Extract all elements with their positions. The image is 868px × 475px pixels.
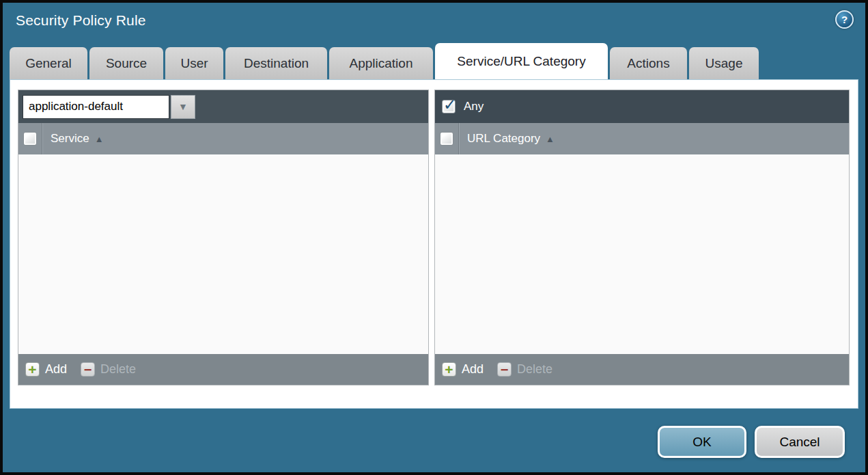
tab-service-url-category[interactable]: Service/URL Category xyxy=(435,43,608,80)
service-list xyxy=(18,154,428,354)
tab-usage[interactable]: Usage xyxy=(689,47,759,80)
url-category-column-label: URL Category xyxy=(467,132,540,146)
service-column-label: Service xyxy=(51,132,89,146)
dialog-action-buttons: OK Cancel xyxy=(658,426,845,458)
service-toolbar: ▼ xyxy=(18,90,428,123)
dropdown-arrow-icon: ▼ xyxy=(178,102,188,111)
delete-service-label: Delete xyxy=(100,362,136,377)
cancel-button[interactable]: Cancel xyxy=(755,426,845,458)
select-all-services-checkbox[interactable] xyxy=(23,132,37,146)
delete-url-category-button[interactable]: − Delete xyxy=(497,362,552,377)
delete-url-category-label: Delete xyxy=(517,362,552,377)
delete-icon: − xyxy=(497,362,512,377)
tab-general[interactable]: General xyxy=(10,47,87,80)
add-url-category-label: Add xyxy=(462,362,484,377)
delete-icon: − xyxy=(81,362,95,377)
add-url-category-button[interactable]: + Add xyxy=(442,362,484,377)
add-service-label: Add xyxy=(45,362,67,377)
service-type-input[interactable] xyxy=(23,95,169,119)
url-category-footer-toolbar: + Add − Delete xyxy=(435,354,849,385)
tab-source[interactable]: Source xyxy=(89,47,163,80)
service-panel: ▼ Service ▲ + Add − Delete xyxy=(18,90,429,385)
add-icon: + xyxy=(25,362,40,377)
tab-application[interactable]: Application xyxy=(329,47,433,80)
add-icon: + xyxy=(442,362,456,377)
add-service-button[interactable]: + Add xyxy=(25,362,67,377)
url-category-list xyxy=(435,154,849,354)
dialog-content: ▼ Service ▲ + Add − Delete xyxy=(10,80,858,408)
sort-ascending-icon: ▲ xyxy=(95,134,104,144)
dialog-title: Security Policy Rule xyxy=(16,12,146,29)
url-category-panel: ✓ Any URL Category ▲ + Add − Delete xyxy=(434,90,850,385)
tab-destination[interactable]: Destination xyxy=(225,47,327,80)
service-type-dropdown-button[interactable]: ▼ xyxy=(171,95,195,119)
help-icon[interactable]: ? xyxy=(835,10,854,29)
service-table-header: Service ▲ xyxy=(18,123,428,154)
question-mark-glyph: ? xyxy=(841,14,848,25)
any-url-category-checkbox[interactable]: ✓ xyxy=(442,100,456,113)
service-footer-toolbar: + Add − Delete xyxy=(18,354,428,385)
sort-ascending-icon: ▲ xyxy=(546,134,555,144)
tab-actions[interactable]: Actions xyxy=(610,47,687,80)
tab-bar: General Source User Destination Applicat… xyxy=(10,43,759,80)
ok-button[interactable]: OK xyxy=(658,426,746,458)
security-policy-rule-dialog: Security Policy Rule ? General Source Us… xyxy=(0,0,868,475)
checkmark-icon: ✓ xyxy=(443,96,456,114)
select-all-url-categories-checkbox[interactable] xyxy=(440,132,453,146)
tab-user[interactable]: User xyxy=(165,47,223,80)
any-label: Any xyxy=(464,100,484,113)
url-category-any-bar: ✓ Any xyxy=(435,90,849,123)
delete-service-button[interactable]: − Delete xyxy=(81,362,136,377)
url-category-table-header: URL Category ▲ xyxy=(435,123,849,154)
